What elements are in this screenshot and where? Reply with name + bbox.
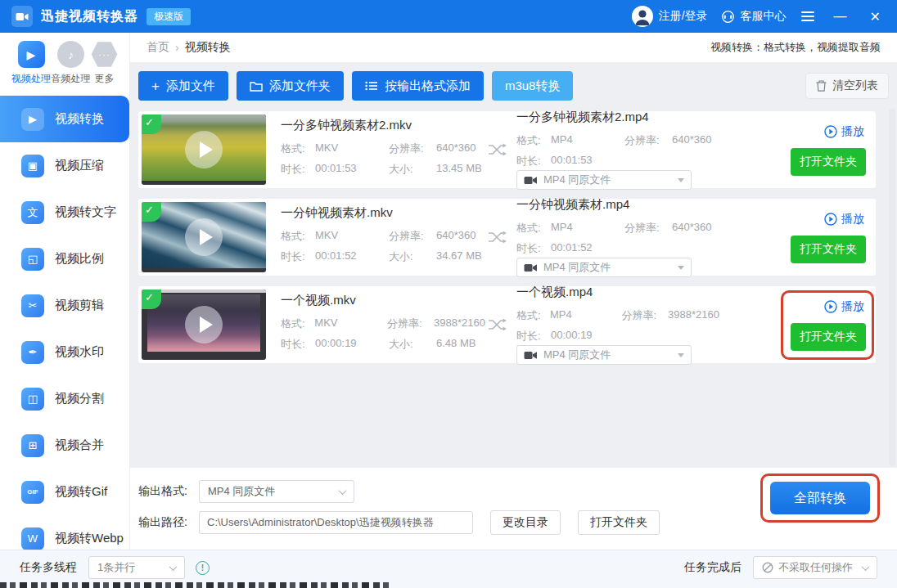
resolution-value: 640*360 <box>436 229 485 244</box>
video-to-gif-icon: GIF <box>21 481 44 504</box>
sidebar: ▶ 视频处理 ♪ 音频处理 ··· 更多 ▶ 视频转换 ▣ 视频压缩 文 <box>0 33 129 550</box>
open-folder-button[interactable]: 打开文件夹 <box>791 148 866 176</box>
menu-icon[interactable] <box>800 8 816 25</box>
tab-audio-processing[interactable]: ♪ 音频处理 <box>52 41 91 86</box>
open-folder-button[interactable]: 打开文件夹 <box>791 323 866 351</box>
output-format-select[interactable]: MP4 同原文件 <box>516 345 692 365</box>
convert-all-button[interactable]: 全部转换 <box>770 482 870 514</box>
format-label: 格式: <box>516 221 551 236</box>
play-button[interactable]: 播放 <box>824 212 866 227</box>
dropdown-arrow-icon <box>678 266 684 270</box>
camera-icon <box>524 176 538 185</box>
file-row: ✓ 一分多钟视频素材2.mkv 格式:MKV 分辨率:640*360 时长:00… <box>138 111 876 188</box>
login-button[interactable]: 注册/登录 <box>632 6 708 27</box>
support-button[interactable]: 客服中心 <box>721 9 787 24</box>
add-folder-button[interactable]: 添加文件夹 <box>237 71 344 101</box>
video-merge-icon: ⊞ <box>21 434 44 457</box>
titlebar: 迅捷视频转换器 极速版 注册/登录 客服中心 — ✕ <box>0 0 897 33</box>
tab-more[interactable]: ··· 更多 <box>91 41 118 86</box>
format-value: MKV <box>314 316 387 331</box>
output-format-label: 输出格式: <box>138 484 199 499</box>
threads-label: 任务多线程 <box>20 560 77 575</box>
threads-value: 1条并行 <box>97 560 135 575</box>
info-icon[interactable]: ! <box>196 561 210 575</box>
add-by-format-label: 按输出格式添加 <box>385 79 471 94</box>
shuffle-icon <box>487 230 507 245</box>
video-thumbnail: ✓ <box>142 114 266 185</box>
sidebar-item-video-to-webp[interactable]: W 视频转Webp <box>0 515 129 550</box>
target-file-name: 一分钟视频素材.mp4 <box>516 197 719 213</box>
open-output-folder-button[interactable]: 打开文件夹 <box>578 510 660 535</box>
sidebar-item-video-split[interactable]: ◫ 视频分割 <box>0 375 129 422</box>
resolution-label: 分辨率: <box>389 141 436 156</box>
play-label: 播放 <box>841 212 864 227</box>
sidebar-item-label: 视频压缩 <box>55 158 104 173</box>
sidebar-item-video-clip[interactable]: ✂ 视频剪辑 <box>0 282 129 329</box>
format-label: 格式: <box>281 229 315 244</box>
duration-label: 时长: <box>281 249 315 264</box>
sidebar-item-video-watermark[interactable]: ✒ 视频水印 <box>0 329 129 375</box>
resolution-label: 分辨率: <box>624 133 672 148</box>
play-overlay-icon[interactable] <box>185 218 223 256</box>
size-label: 大小: <box>389 337 436 352</box>
clear-list-button[interactable]: 清空列表 <box>805 73 889 99</box>
add-by-format-button[interactable]: 按输出格式添加 <box>352 71 484 101</box>
sidebar-item-video-to-text[interactable]: 文 视频转文字 <box>0 189 129 236</box>
resolution-label: 分辨率: <box>624 221 672 236</box>
duration-label: 时长: <box>281 162 315 177</box>
tab-label: 音频处理 <box>52 72 91 86</box>
play-label: 播放 <box>841 124 864 139</box>
size-value: 34.67 MB <box>436 249 485 264</box>
after-task-select[interactable]: 不采取任何操作 <box>753 556 877 579</box>
format-label: 格式: <box>281 316 314 331</box>
sidebar-item-video-to-gif[interactable]: GIF 视频转Gif <box>0 469 129 515</box>
video-clip-icon: ✂ <box>21 294 44 317</box>
sidebar-item-video-compress[interactable]: ▣ 视频压缩 <box>0 142 129 189</box>
main-panel: 首页 › 视频转换 视频转换：格式转换，视频提取音频 + 添加文件 添加文件夹 … <box>129 33 897 550</box>
check-icon: ✓ <box>142 202 161 222</box>
size-label: 大小: <box>389 162 436 177</box>
output-format-select[interactable]: MP4 同原文件 <box>516 258 692 277</box>
format-value: MKV <box>315 229 389 244</box>
video-convert-icon: ▶ <box>21 108 44 131</box>
duration-label: 时长: <box>281 337 315 352</box>
close-button[interactable]: ✕ <box>865 7 886 26</box>
sidebar-item-video-ratio[interactable]: ◱ 视频比例 <box>0 236 129 282</box>
duration-label: 时长: <box>516 241 551 256</box>
sidebar-item-video-merge[interactable]: ⊞ 视频合并 <box>0 422 129 469</box>
tab-video-processing[interactable]: ▶ 视频处理 <box>11 41 51 86</box>
sidebar-item-label: 视频转Gif <box>55 484 107 500</box>
trash-icon <box>816 80 827 92</box>
m3u8-convert-button[interactable]: m3u8转换 <box>492 71 574 101</box>
app-title: 迅捷视频转换器 <box>41 8 138 25</box>
scrollbar[interactable] <box>889 109 895 466</box>
play-button[interactable]: 播放 <box>824 299 866 314</box>
output-format-value: MP4 同原文件 <box>543 173 611 187</box>
output-path-label: 输出路径: <box>138 515 199 530</box>
play-overlay-icon[interactable] <box>185 306 223 343</box>
annotation-box: 全部转换 <box>760 474 880 523</box>
size-value: 13.45 MB <box>436 162 485 177</box>
resolution-value: 640*360 <box>672 221 719 236</box>
change-dir-button[interactable]: 更改目录 <box>490 510 561 535</box>
play-button[interactable]: 播放 <box>824 124 866 139</box>
no-action-icon <box>762 562 773 573</box>
output-format-select[interactable]: MP4 同原文件 <box>516 170 692 190</box>
duration-label: 时长: <box>516 154 551 168</box>
open-folder-button[interactable]: 打开文件夹 <box>791 236 866 263</box>
play-overlay-icon[interactable] <box>185 131 223 168</box>
sidebar-item-video-convert[interactable]: ▶ 视频转换 <box>0 96 129 142</box>
add-file-button[interactable]: + 添加文件 <box>138 71 228 101</box>
threads-select[interactable]: 1条并行 <box>88 556 185 579</box>
tab-label: 更多 <box>95 72 115 86</box>
breadcrumb-home[interactable]: 首页 <box>146 40 169 55</box>
minimize-button[interactable]: — <box>829 7 852 25</box>
breadcrumb-separator: › <box>175 41 179 54</box>
circle-play-icon <box>824 125 837 138</box>
format-value: MP4 <box>551 133 624 148</box>
format-value: MKV <box>315 141 389 156</box>
more-icon: ··· <box>91 41 118 68</box>
avatar-icon <box>632 6 653 27</box>
global-output-format-select[interactable]: MP4 同原文件 <box>199 480 354 503</box>
output-path-input[interactable] <box>199 511 473 534</box>
